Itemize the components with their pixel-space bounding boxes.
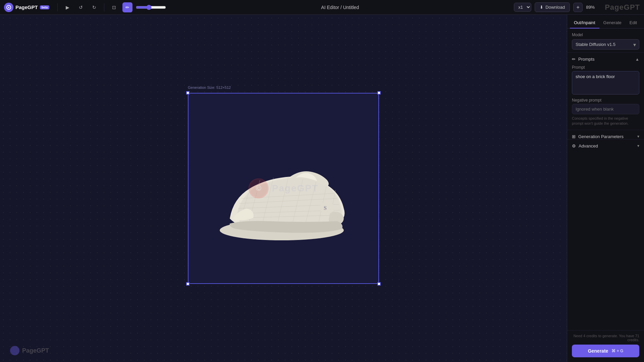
scale-select[interactable]: x1 x2 x3: [514, 3, 531, 12]
download-icon: ⬇: [540, 5, 543, 10]
panel-bottom: Need 4 credits to generate. You have 71 …: [567, 330, 644, 362]
prompt-label: Prompt: [567, 62, 644, 71]
topbar-logo-right: PageGPT: [605, 3, 640, 12]
bottom-logo-text: PageGPT: [22, 347, 49, 354]
tab-generate[interactable]: Generate: [599, 17, 626, 28]
model-label: Model: [572, 33, 639, 37]
generation-params-header[interactable]: ⊞ Generation Parameters ▾: [567, 130, 644, 139]
logo-icon: [4, 3, 13, 12]
handle-top-left[interactable]: [186, 91, 190, 95]
gen-params-chevron: ▾: [637, 134, 639, 139]
play-button[interactable]: ▶: [62, 2, 72, 12]
zoom-area: [136, 5, 166, 10]
generate-label: Generate: [588, 348, 608, 354]
topbar: PageGPT beta ▶ ↺ ↻ ⊡ ✏ AI Editor / Untit…: [0, 0, 644, 15]
generation-border: [188, 93, 379, 284]
download-button[interactable]: ⬇ Download: [535, 2, 570, 12]
bottom-logo-icon: [10, 346, 19, 355]
zoom-slider[interactable]: [136, 5, 166, 10]
model-section: Model Stable Diffusion v1.5 Stable Diffu…: [567, 28, 644, 52]
advanced-label: Advanced: [579, 143, 598, 148]
generate-button[interactable]: Generate ⌘ + G: [572, 345, 639, 357]
tab-outinpaint[interactable]: Out/Inpaint: [570, 17, 599, 28]
main-layout: Generation Size: 512×512: [0, 15, 644, 362]
negative-prompt-label: Negative prompt: [567, 95, 644, 104]
panel-tabs: Out/Inpaint Generate Edit: [567, 15, 644, 28]
right-panel: Out/Inpaint Generate Edit Model Stable D…: [567, 15, 644, 362]
prompts-chevron-up: ▲: [635, 57, 639, 62]
negative-prompt-input[interactable]: [572, 104, 639, 114]
model-row: Stable Diffusion v1.5 Stable Diffusion v…: [572, 39, 639, 50]
tab-edit[interactable]: Edit: [626, 17, 641, 28]
logo-area: PageGPT beta: [4, 3, 49, 12]
negative-prompt-hint: Concepts specified in the negative promp…: [567, 114, 644, 130]
topbar-right: x1 x2 x3 ⬇ Download + 89%: [514, 2, 595, 12]
canvas-area[interactable]: Generation Size: 512×512: [0, 15, 567, 362]
generation-size-label: Generation Size: 512×512: [188, 85, 231, 89]
prompts-header-left: ✏ Prompts: [572, 57, 594, 62]
undo-button[interactable]: ↺: [76, 2, 86, 12]
redo-button[interactable]: ↻: [89, 2, 99, 12]
grid-icon: ⊞: [572, 134, 576, 139]
generation-box: Generation Size: 512×512: [188, 93, 379, 284]
advanced-header-left: ⚙ Advanced: [572, 143, 598, 148]
pencil-icon: ✏: [572, 57, 576, 62]
brush-button[interactable]: ✏: [122, 2, 132, 12]
gen-params-label: Generation Parameters: [578, 134, 624, 139]
advanced-chevron: ▾: [637, 143, 639, 148]
bottom-logo: PageGPT: [10, 346, 49, 355]
zoom-percent: 89%: [586, 5, 595, 10]
handle-bottom-right[interactable]: [377, 282, 381, 286]
prompt-textarea[interactable]: shoe on a brick floor: [572, 71, 639, 95]
frame-button[interactable]: ⊡: [109, 2, 119, 12]
model-select[interactable]: Stable Diffusion v1.5 Stable Diffusion v…: [572, 39, 639, 50]
app-name: PageGPT: [15, 4, 38, 10]
page-title: AI Editor / Untitled: [169, 5, 511, 10]
prompts-section-header[interactable]: ✏ Prompts ▲: [567, 52, 644, 62]
handle-top-right[interactable]: [377, 91, 381, 95]
advanced-section-header[interactable]: ⚙ Advanced ▾: [567, 139, 644, 148]
gen-params-header-left: ⊞ Generation Parameters: [572, 134, 624, 139]
prompts-label: Prompts: [578, 57, 594, 62]
divider-1: [57, 3, 58, 11]
handle-bottom-left[interactable]: [186, 282, 190, 286]
svg-point-1: [8, 7, 9, 8]
credits-text: Need 4 credits to generate. You have 71 …: [572, 334, 639, 342]
divider-2: [104, 3, 104, 11]
zoom-plus-button[interactable]: +: [573, 3, 583, 12]
generate-shortcut: ⌘ + G: [611, 349, 623, 353]
gear-icon: ⚙: [572, 143, 576, 148]
download-label: Download: [545, 5, 565, 10]
beta-badge: beta: [40, 5, 50, 9]
